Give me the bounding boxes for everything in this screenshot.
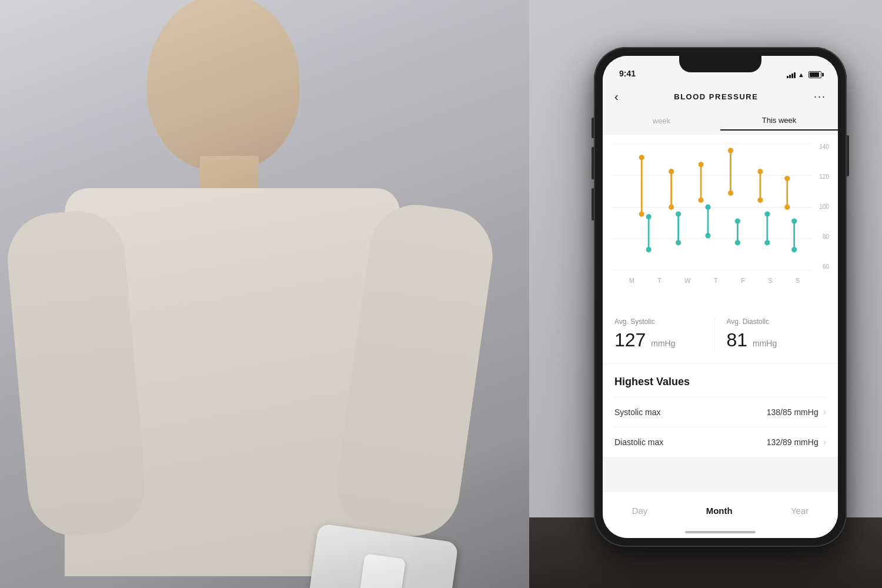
signal-bar-2 [789,75,791,78]
chart-area: 140 120 100 80 60 [603,135,838,305]
app-title: BLOOD PRESSURE [674,92,758,101]
man-area: + [0,0,529,588]
phone-notch [679,56,761,72]
diastolic-stat: Avg. Diastolic 81 mmHg [715,318,827,351]
diastolic-max-value: 132/89 mmHg [767,437,818,447]
svg-point-28 [764,212,770,217]
section-title: Highest Values [614,364,826,397]
svg-point-25 [757,169,763,174]
back-button[interactable]: ‹ [614,90,619,103]
svg-point-16 [705,205,710,210]
svg-point-2 [639,212,644,217]
systolic-value: 127 mmHg [614,329,714,351]
y-label-120: 120 [819,173,829,180]
grid-line-60 [612,270,811,270]
svg-point-32 [784,205,790,210]
systolic-label: Avg. Systolic [614,318,714,326]
systolic-max-row[interactable]: Systolic max 138/85 mmHg › [614,397,826,427]
x-axis: M T W T F S S [617,273,811,288]
tab-month[interactable]: Month [694,501,744,520]
svg-point-22 [735,218,740,223]
highest-values-section: Highest Values Systolic max 138/85 mmHg … [603,364,838,457]
diastolic-max-row[interactable]: Diastolic max 132/89 mmHg › [614,427,826,457]
tab-this-week[interactable]: This week [720,116,838,131]
mute-button [592,118,594,138]
status-time: 9:41 [619,69,636,78]
more-button[interactable]: ··· [814,91,826,103]
volume-down-button [592,188,594,220]
svg-point-26 [757,198,763,203]
systolic-max-reading: 138/85 mmHg › [767,407,826,417]
diastolic-value: 81 mmHg [727,329,827,351]
y-axis: 140 120 100 80 60 [811,143,829,270]
svg-point-10 [676,212,681,217]
x-label-s2: S [796,277,800,284]
chart-inner: 140 120 100 80 60 [612,143,829,288]
tab-year[interactable]: Year [779,501,820,520]
systolic-stat: Avg. Systolic 127 mmHg [614,318,714,351]
x-label-m: M [629,277,634,284]
app-header: ‹ BLOOD PRESSURE ··· [603,82,838,111]
phone-frame: 9:41 ▲ ‹ BLOOD PRESSURE [594,47,847,547]
chevron-right-icon-2: › [823,437,826,447]
systolic-max-value: 138/85 mmHg [767,407,818,417]
x-label-w: W [684,277,690,284]
person-shape: + [18,0,476,588]
home-indicator [685,531,756,533]
diastolic-label: Avg. Diastolic [727,318,827,326]
signal-bar-4 [794,72,796,78]
tab-week[interactable]: week [603,116,720,130]
signal-bar-1 [787,76,789,78]
phone-screen: 9:41 ▲ ‹ BLOOD PRESSURE [603,56,838,538]
svg-point-8 [669,205,674,210]
bp-cuff-device: + [356,553,406,588]
svg-point-19 [728,148,733,153]
svg-point-34 [791,218,797,223]
systolic-unit: mmHg [651,339,675,348]
signal-bar-3 [791,74,793,78]
svg-point-1 [639,155,644,160]
systolic-max-label: Systolic max [614,407,661,417]
diastolic-unit: mmHg [753,339,777,348]
svg-point-35 [791,247,797,252]
wifi-icon: ▲ [798,71,804,78]
diastolic-max-reading: 132/89 mmHg › [767,437,826,447]
tabs-bar: week This week [603,111,838,135]
svg-point-5 [646,247,652,252]
battery-fill [810,72,819,77]
chart-svg [617,143,811,257]
bp-cuff: + [302,523,458,588]
y-label-80: 80 [823,233,829,240]
y-label-60: 60 [823,263,829,270]
x-label-f: F [741,277,745,284]
volume-up-button [592,147,594,179]
power-button [847,135,849,176]
stats-section: Avg. Systolic 127 mmHg Avg. Diastolic 81… [603,305,838,364]
x-label-t1: T [657,277,662,284]
battery-icon [808,71,821,78]
svg-point-23 [735,240,740,245]
status-icons: ▲ [787,71,821,78]
svg-point-14 [699,198,704,203]
y-label-140: 140 [819,143,829,150]
phone-container: 9:41 ▲ ‹ BLOOD PRESSURE [594,47,847,547]
y-label-100: 100 [819,203,829,210]
svg-point-13 [699,162,704,167]
svg-point-29 [764,240,770,245]
svg-point-20 [728,191,733,196]
chevron-right-icon-1: › [823,407,826,417]
diastolic-max-label: Diastolic max [614,437,663,447]
svg-point-17 [705,233,710,238]
svg-point-11 [676,240,681,245]
x-label-t2: T [714,277,718,284]
tab-day[interactable]: Day [620,501,660,520]
x-label-s1: S [768,277,772,284]
signal-bars-icon [787,71,796,78]
svg-point-4 [646,214,652,219]
person-head [147,0,300,171]
svg-point-31 [784,176,790,181]
svg-point-7 [669,169,674,174]
